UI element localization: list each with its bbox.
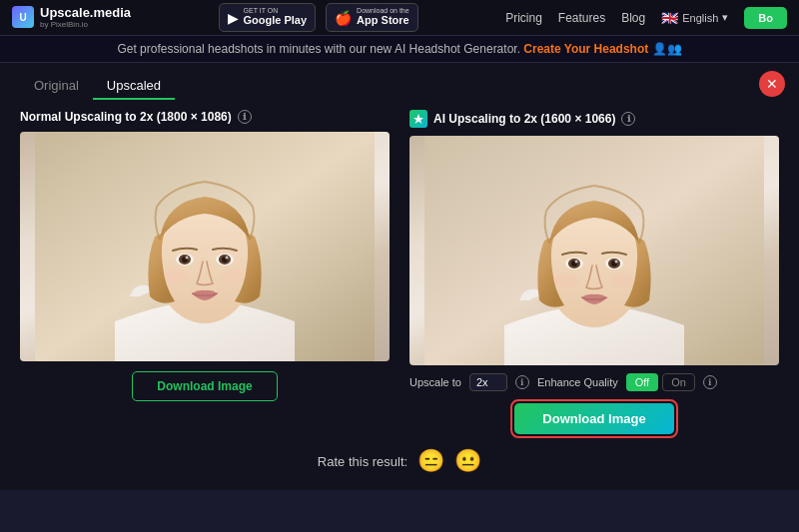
- nav-blog[interactable]: Blog: [621, 11, 645, 25]
- ai-download-button[interactable]: Download Image: [514, 403, 673, 434]
- quality-toggle: Off On: [626, 373, 695, 391]
- upscale-label: Upscale to: [409, 376, 461, 388]
- upscale-info-icon[interactable]: ℹ: [515, 375, 529, 389]
- comparison-area: Normal Upscaling to 2x (1800 × 1086) ℹ: [20, 110, 779, 438]
- banner: Get professional headshots in minutes wi…: [0, 36, 799, 63]
- svg-point-25: [615, 261, 618, 264]
- chevron-down-icon: ▾: [722, 11, 728, 24]
- nav-features[interactable]: Features: [558, 11, 605, 25]
- quality-info-icon[interactable]: ℹ: [703, 375, 717, 389]
- normal-title-text: Normal Upscaling to 2x (1800 × 1086): [20, 110, 232, 124]
- svg-point-11: [226, 257, 229, 260]
- google-play-icon: ▶: [228, 10, 239, 26]
- app-store-text: Download on the App Store: [357, 7, 409, 27]
- svg-point-12: [165, 269, 189, 283]
- toggle-on-button[interactable]: On: [662, 373, 695, 391]
- header-center: ▶ GET IT ON Google Play 🍎 Download on th…: [219, 3, 418, 31]
- header: U Upscale.media by PixelBin.io ▶ GET IT …: [0, 0, 799, 36]
- normal-download-area: Download Image: [20, 371, 390, 401]
- close-button[interactable]: ✕: [759, 71, 785, 97]
- rating-emoji-2[interactable]: 😐: [454, 448, 481, 474]
- banner-link[interactable]: Create Your Headshot: [523, 42, 648, 56]
- tab-upscaled[interactable]: Upscaled: [93, 73, 175, 100]
- ai-info-icon[interactable]: ℹ: [621, 112, 635, 126]
- normal-image-container: [20, 132, 390, 361]
- toggle-off-button[interactable]: Off: [626, 373, 658, 391]
- main-content: ✕ Original Upscaled Normal Upscaling to …: [0, 63, 799, 490]
- apple-icon: 🍎: [335, 10, 352, 26]
- logo-sub: by PixelBin.io: [40, 20, 131, 29]
- ai-panel-title: AI Upscaling to 2x (1600 × 1066) ℹ: [409, 110, 779, 128]
- logo-area: U Upscale.media by PixelBin.io: [12, 6, 131, 29]
- ai-image-svg: [409, 136, 779, 365]
- normal-upscaling-panel: Normal Upscaling to 2x (1800 × 1086) ℹ: [20, 110, 390, 401]
- ai-image-container: [409, 136, 779, 365]
- rating-area: Rate this result: 😑 😐: [20, 438, 779, 480]
- normal-image-svg: [20, 132, 390, 361]
- google-play-button[interactable]: ▶ GET IT ON Google Play: [219, 3, 317, 31]
- ai-title-text: AI Upscaling to 2x (1600 × 1066): [433, 112, 615, 126]
- svg-point-21: [575, 261, 578, 264]
- nav-pricing[interactable]: Pricing: [505, 11, 542, 25]
- svg-point-13: [221, 269, 245, 283]
- rating-emoji-1[interactable]: 😑: [417, 448, 444, 474]
- tab-original[interactable]: Original: [20, 73, 93, 100]
- app-store-button[interactable]: 🍎 Download on the App Store: [326, 3, 418, 31]
- header-nav: Pricing Features Blog 🇬🇧 English ▾ Bo: [505, 7, 787, 29]
- svg-point-7: [186, 257, 189, 260]
- rating-label: Rate this result:: [318, 454, 407, 469]
- logo-text: Upscale.media by PixelBin.io: [40, 6, 131, 29]
- ai-upscale-icon: [409, 110, 427, 128]
- svg-point-26: [554, 273, 578, 287]
- normal-panel-title: Normal Upscaling to 2x (1800 × 1086) ℹ: [20, 110, 390, 124]
- language-label: English: [682, 12, 718, 24]
- ai-download-outer: Download Image: [510, 399, 677, 438]
- tabs: Original Upscaled: [20, 73, 779, 100]
- header-cta-button[interactable]: Bo: [744, 7, 787, 29]
- ai-upscaling-panel: AI Upscaling to 2x (1600 × 1066) ℹ: [409, 110, 779, 438]
- ai-panel-controls: Upscale to 2x 4x ℹ Enhance Quality Off O…: [409, 373, 779, 391]
- quality-label: Enhance Quality: [537, 376, 618, 388]
- logo-main: Upscale.media: [40, 6, 131, 20]
- upscale-select[interactable]: 2x 4x: [469, 373, 507, 391]
- flag-icon: 🇬🇧: [661, 10, 678, 26]
- logo-icon: U: [12, 6, 34, 28]
- banner-text: Get professional headshots in minutes wi…: [117, 42, 520, 56]
- ai-download-wrapper: Download Image: [409, 399, 779, 438]
- normal-info-icon[interactable]: ℹ: [238, 110, 252, 124]
- google-play-text: GET IT ON Google Play: [244, 7, 308, 27]
- headshot-icons: 👤👥: [652, 42, 682, 56]
- normal-download-button[interactable]: Download Image: [132, 371, 277, 401]
- language-selector[interactable]: 🇬🇧 English ▾: [661, 10, 728, 26]
- svg-point-27: [610, 273, 634, 287]
